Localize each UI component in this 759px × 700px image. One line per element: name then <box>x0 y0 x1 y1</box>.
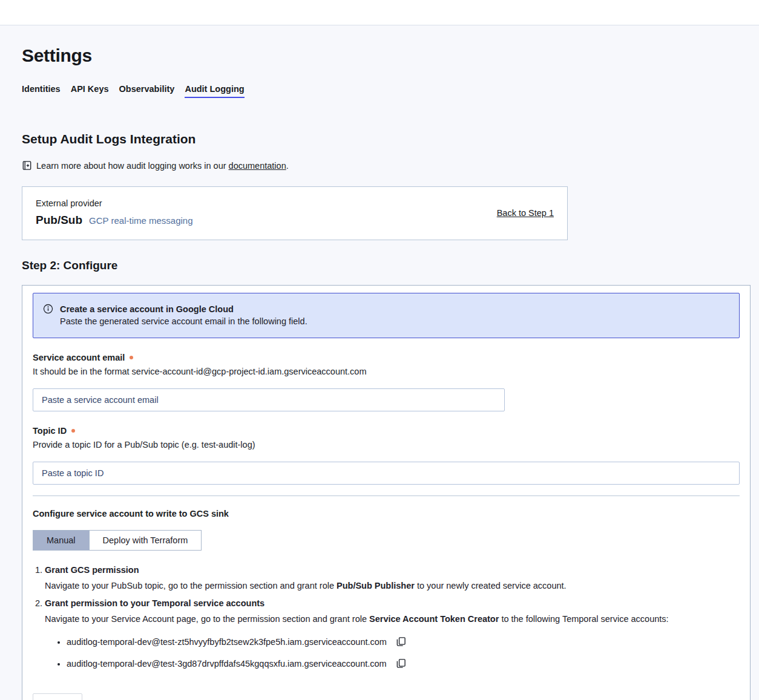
provider-info: External provider Pub/Sub GCP real-time … <box>36 198 193 227</box>
copy-button[interactable] <box>395 635 407 648</box>
topic-id-label: Topic ID <box>33 426 740 436</box>
back-to-step1-link[interactable]: Back to Step 1 <box>497 208 554 218</box>
instruction-1-body: Navigate to your PubSub topic, go to the… <box>45 580 740 592</box>
top-bar <box>0 0 759 25</box>
manual-instructions: Grant GCS permission Navigate to your Pu… <box>33 564 740 670</box>
instruction-step-2: Grant permission to your Temporal servic… <box>45 597 740 670</box>
step2-configure-panel: Create a service account in Google Cloud… <box>22 285 751 700</box>
service-account-email-helper: It should be in the format service-accou… <box>33 367 740 376</box>
info-alert: Create a service account in Google Cloud… <box>33 293 740 338</box>
book-icon <box>22 160 32 171</box>
info-icon <box>43 304 53 314</box>
list-item: auditlog-temporal-dev@test-3gd87drvpffda… <box>67 657 740 670</box>
create-button[interactable]: Create <box>33 693 82 700</box>
list-item: auditlog-temporal-dev@test-zt5hvyyfbyfb2… <box>67 635 740 648</box>
alert-body: Paste the generated service account emai… <box>60 315 307 327</box>
gcs-sink-label: Configure service account to write to GC… <box>33 509 740 518</box>
sink-method-toggle: Manual Deploy with Terraform <box>33 530 202 551</box>
temporal-service-accounts-list: auditlog-temporal-dev@test-zt5hvyyfbyfb2… <box>45 635 740 670</box>
instruction-1-title: Grant GCS permission <box>45 564 740 576</box>
instruction-2-title: Grant permission to your Temporal servic… <box>45 597 740 609</box>
copy-button[interactable] <box>395 657 407 670</box>
instruction-2-body: Navigate to your Service Account page, g… <box>45 613 740 625</box>
alert-title: Create a service account in Google Cloud <box>60 303 307 315</box>
instruction-step-1: Grant GCS permission Navigate to your Pu… <box>45 564 740 592</box>
deploy-with-terraform-tab[interactable]: Deploy with Terraform <box>89 531 202 550</box>
learn-more-text: Learn more about how audit logging works… <box>36 161 289 171</box>
tab-api-keys[interactable]: API Keys <box>71 84 109 98</box>
documentation-link[interactable]: documentation <box>229 161 286 171</box>
service-account-email: auditlog-temporal-dev@test-3gd87drvpffda… <box>67 659 387 669</box>
tab-observability[interactable]: Observability <box>119 84 175 98</box>
copy-icon <box>396 658 406 669</box>
form-actions: Create Cancel <box>33 693 740 700</box>
topic-id-input[interactable] <box>33 462 740 485</box>
provider-description: GCP real-time messaging <box>89 215 192 226</box>
settings-tabs: Identities API Keys Observability Audit … <box>22 84 737 98</box>
manual-tab[interactable]: Manual <box>33 531 89 550</box>
section-divider <box>33 496 740 496</box>
required-indicator <box>130 356 133 359</box>
provider-label: External provider <box>36 198 193 208</box>
step2-title: Step 2: Configure <box>22 259 737 272</box>
section-title: Setup Audit Logs Integration <box>22 132 737 146</box>
tab-identities[interactable]: Identities <box>22 84 61 98</box>
tab-audit-logging[interactable]: Audit Logging <box>185 84 244 98</box>
service-account-email-input[interactable] <box>33 388 505 411</box>
external-provider-card: External provider Pub/Sub GCP real-time … <box>22 186 568 240</box>
learn-more-row: Learn more about how audit logging works… <box>22 160 737 171</box>
page-title: Settings <box>22 45 737 66</box>
service-account-email: auditlog-temporal-dev@test-zt5hvyyfbyfb2… <box>67 637 387 647</box>
topic-id-helper: Provide a topic ID for a Pub/Sub topic (… <box>33 440 740 450</box>
provider-name: Pub/Sub <box>36 214 82 227</box>
copy-icon <box>396 636 406 647</box>
service-account-email-label: Service account email <box>33 353 740 362</box>
settings-page: Settings Identities API Keys Observabili… <box>0 45 759 700</box>
required-indicator <box>71 429 75 433</box>
